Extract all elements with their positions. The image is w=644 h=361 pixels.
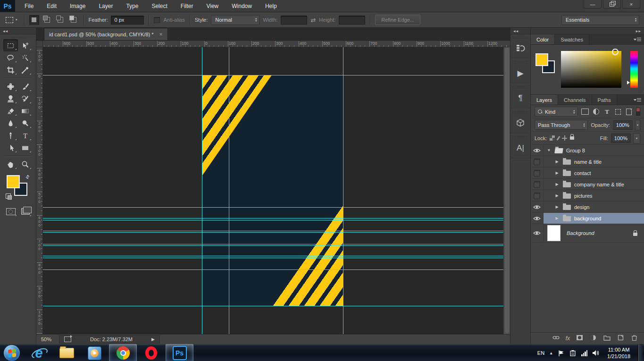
close-button[interactable]: × [622, 0, 640, 8]
tray-notification-icon[interactable] [569, 350, 577, 357]
layer-row[interactable]: ▼Group 8 [531, 145, 644, 156]
layer-expand-caret[interactable]: ▶ [554, 160, 560, 164]
hand-tool[interactable] [3, 158, 18, 170]
layer-row-body[interactable]: ▶name & title [544, 156, 644, 167]
guide-horizontal[interactable] [42, 245, 510, 246]
new-group-icon[interactable] [603, 334, 611, 343]
collapse-tools-strip[interactable]: ◀◀ [0, 28, 36, 34]
menu-help[interactable]: Help [259, 0, 284, 12]
actions-panel-icon[interactable]: ▶ [510, 64, 530, 82]
clone-stamp-tool[interactable] [3, 92, 18, 105]
dodge-tool[interactable] [18, 117, 33, 129]
action-center-flag-icon[interactable] [558, 350, 565, 357]
layer-row[interactable]: Background [531, 224, 644, 243]
layer-row-body[interactable]: Background [544, 224, 644, 242]
history-brush-tool[interactable] [18, 92, 33, 105]
panel-grip[interactable] [512, 36, 528, 38]
panel-grip[interactable] [512, 86, 528, 88]
filter-type-layers-icon[interactable]: T [603, 108, 611, 116]
layer-visibility-toggle[interactable] [531, 224, 544, 242]
opacity-value[interactable]: 100% [613, 120, 633, 130]
menu-image[interactable]: Image [63, 0, 92, 12]
expand-panels-strip[interactable]: ▶▶ [531, 28, 644, 34]
guide-vertical[interactable] [343, 47, 343, 334]
network-signal-icon[interactable] [581, 350, 587, 356]
hue-strip[interactable] [630, 51, 638, 88]
style-select[interactable]: Normal ▴▾ [211, 15, 259, 25]
foreground-color-swatch[interactable] [535, 53, 548, 66]
layer-row-body[interactable]: ▶design [544, 201, 644, 212]
menu-layer[interactable]: Layer [92, 0, 119, 12]
feather-input[interactable]: 0 px [111, 16, 144, 25]
default-colors-icon[interactable] [6, 193, 11, 199]
pen-tool[interactable] [3, 129, 18, 142]
height-input[interactable] [339, 16, 365, 25]
foreground-color-swatch[interactable] [7, 175, 20, 188]
selection-mode-intersect[interactable] [69, 15, 79, 25]
guide-vertical[interactable] [202, 47, 202, 334]
quick-mask-button[interactable] [3, 205, 18, 218]
menu-select[interactable]: Select [145, 0, 174, 12]
eyedropper-tool[interactable] [18, 64, 33, 76]
zoom-level[interactable]: 50% [41, 336, 51, 342]
collapse-dock-strip[interactable]: ◀◀ [510, 28, 530, 34]
layer-row[interactable]: ▶name & title [531, 156, 644, 168]
link-layers-icon[interactable] [552, 334, 560, 343]
rectangle-shape-tool[interactable] [18, 142, 33, 154]
spot-healing-brush-tool[interactable] [3, 80, 18, 92]
tab-channels[interactable]: Channels [558, 95, 592, 105]
show-desktop-button[interactable] [638, 344, 643, 361]
guide-horizontal[interactable] [42, 232, 510, 233]
tab-swatches[interactable]: Swatches [555, 34, 589, 44]
start-button[interactable] [3, 344, 20, 361]
layer-visibility-toggle[interactable] [531, 145, 544, 156]
guide-vertical[interactable] [229, 47, 229, 334]
guide-horizontal[interactable] [42, 220, 510, 220]
language-indicator[interactable]: EN [537, 350, 544, 356]
layer-row[interactable]: ▶contact [531, 168, 644, 179]
guide-horizontal[interactable] [42, 218, 510, 218]
lock-position-icon[interactable] [562, 135, 567, 141]
layer-visibility-toggle[interactable] [531, 190, 544, 201]
filter-adjustment-layers-icon[interactable] [592, 109, 600, 115]
vertical-ruler[interactable]: 10001002003004005006007008009001000 [36, 47, 43, 334]
panel-grip[interactable] [512, 61, 528, 63]
blend-mode-select[interactable]: Pass Through ▴▾ [535, 120, 588, 130]
move-tool[interactable] [18, 39, 33, 51]
delete-layer-icon[interactable] [630, 334, 638, 343]
menu-edit[interactable]: Edit [40, 0, 63, 12]
menu-file[interactable]: File [18, 0, 40, 12]
taskbar-media-player-button[interactable] [81, 344, 108, 361]
layer-row-body[interactable]: ▶company name & title [544, 179, 644, 190]
refine-edge-button[interactable]: Refine Edge... [375, 15, 420, 25]
history-panel-icon[interactable] [510, 39, 530, 57]
tab-color[interactable]: Color [531, 34, 555, 44]
vertical-scrollbar[interactable] [503, 47, 510, 334]
zoom-tool[interactable] [18, 158, 33, 170]
lock-all-icon[interactable] [570, 136, 574, 140]
new-layer-icon[interactable] [617, 334, 625, 343]
guide-horizontal[interactable] [42, 256, 510, 256]
layer-row-body[interactable]: ▼Group 8 [544, 145, 644, 156]
close-tab-icon[interactable]: × [159, 31, 163, 38]
layer-row-body[interactable]: ▶pictures [544, 190, 644, 201]
document-tab[interactable]: id card1.psd @ 50% (background, CMYK/8) … [44, 28, 168, 40]
path-selection-tool[interactable] [3, 142, 18, 154]
tab-paths[interactable]: Paths [592, 95, 617, 105]
scrollbar-thumb[interactable] [505, 48, 509, 333]
resize-grip-icon[interactable] [638, 89, 643, 93]
clock[interactable]: 11:00 AM 1/21/2018 [607, 346, 630, 360]
panel-grip[interactable] [512, 111, 528, 113]
panel-grip[interactable] [10, 36, 26, 38]
eraser-tool[interactable] [3, 105, 18, 117]
minimize-button[interactable]: — [584, 0, 602, 8]
workspace-select[interactable]: Essentials ▴▾ [561, 15, 639, 25]
panel-grip[interactable] [512, 136, 528, 138]
canvas[interactable] [42, 47, 510, 334]
layer-expand-caret[interactable]: ▶ [554, 205, 560, 209]
opacity-dropdown-icon[interactable]: ▾ [635, 120, 640, 130]
anti-alias-checkbox[interactable] [154, 17, 160, 23]
menu-filter[interactable]: Filter [174, 0, 200, 12]
layer-row[interactable]: ▶company name & title [531, 179, 644, 190]
layer-row[interactable]: ▶pictures [531, 190, 644, 201]
